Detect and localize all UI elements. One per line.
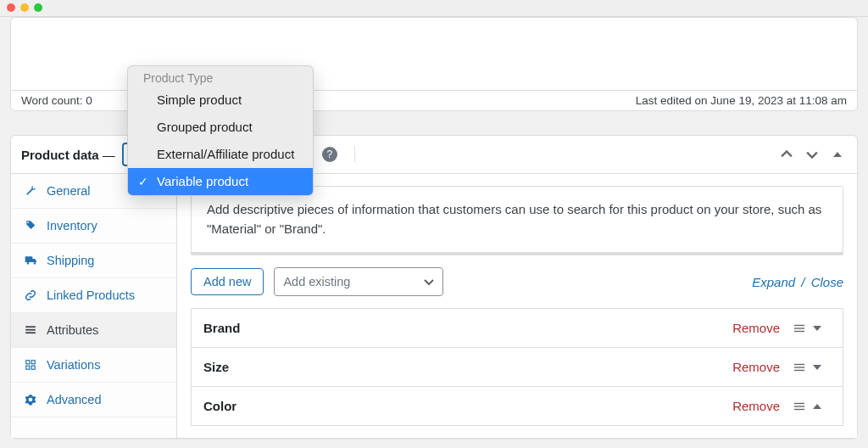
attribute-name: Size [203,360,732,374]
dropdown-item-label: Simple product [157,92,242,107]
tab-label: General [47,184,91,198]
add-existing-attribute-select[interactable]: Add existing [274,267,443,296]
attribute-actions-row: Add new Add existing Expand / Close [191,267,843,296]
expand-attribute-icon[interactable] [812,362,831,372]
svg-rect-2 [25,332,36,333]
tab-label: Linked Products [47,288,135,302]
select-placeholder: Add existing [283,275,350,288]
fullscreen-window-button[interactable] [34,3,42,12]
attribute-list: Brand Remove Size Remove [191,308,843,426]
traffic-lights [7,3,861,12]
tag-icon [25,220,38,232]
svg-rect-6 [31,366,35,369]
svg-rect-5 [26,366,30,369]
word-count-label: Word count: 0 [21,94,92,107]
remove-attribute-link[interactable]: Remove [732,360,780,374]
drag-handle-icon[interactable] [793,322,812,334]
gear-icon [25,394,38,406]
close-all-link[interactable]: Close [811,275,843,289]
window-titlebar [0,0,868,17]
checkmark-icon: ✓ [138,172,148,191]
remove-attribute-link[interactable]: Remove [732,399,780,413]
grid-icon [25,359,38,371]
dropdown-item-label: Grouped product [157,120,253,134]
attribute-row[interactable]: Color Remove [192,387,843,426]
svg-rect-1 [25,329,36,331]
tab-shipping[interactable]: Shipping [11,244,176,278]
product-data-tabs: General Inventory Shipping [11,174,177,438]
expand-all-link[interactable]: Expand [752,275,795,289]
tab-advanced[interactable]: Advanced [11,383,176,417]
list-icon [25,324,38,336]
link-icon [25,289,38,301]
panel-title: Product data — [21,148,115,162]
svg-rect-3 [26,361,30,364]
tab-label: Advanced [47,393,102,406]
dropdown-item-label: Variable product [157,174,248,188]
expand-attribute-icon[interactable] [812,323,831,333]
minimize-window-button[interactable] [20,3,29,12]
attributes-panel-content: Add descriptive pieces of information th… [177,174,857,438]
add-new-attribute-button[interactable]: Add new [191,268,264,295]
help-icon[interactable]: ? [322,147,337,162]
tab-attributes[interactable]: Attributes [11,313,176,348]
separator [354,146,355,163]
product-type-dropdown: Product Type Simple product Grouped prod… [127,65,314,196]
svg-rect-4 [31,361,35,364]
attribute-name: Brand [203,321,732,335]
collapse-panel-icon[interactable] [828,145,847,164]
chevron-down-icon [424,277,434,287]
truck-icon [25,255,38,266]
info-box: Add descriptive pieces of information th… [191,186,843,255]
tab-label: Variations [47,358,100,372]
attribute-row[interactable]: Size Remove [192,348,843,387]
collapse-attribute-icon[interactable] [812,401,831,412]
dropdown-item-grouped[interactable]: Grouped product [128,114,313,141]
attribute-name: Color [203,399,732,413]
expand-close-links: Expand / Close [752,275,843,289]
tab-label: Attributes [47,323,98,337]
tab-linked-products[interactable]: Linked Products [11,278,176,313]
tab-label: Shipping [47,254,94,267]
dropdown-item-variable[interactable]: ✓ Variable product [128,168,313,195]
move-down-icon[interactable] [803,145,821,164]
dropdown-item-external[interactable]: External/Affiliate product [128,141,313,168]
tab-variations[interactable]: Variations [11,348,176,383]
move-up-icon[interactable] [777,145,796,164]
last-edited-label: Last edited on June 19, 2023 at 11:08 am [636,94,847,107]
dropdown-header: Product Type [128,66,313,87]
close-window-button[interactable] [7,3,15,12]
dropdown-item-label: External/Affiliate product [157,147,294,161]
remove-attribute-link[interactable]: Remove [732,321,780,335]
tab-inventory[interactable]: Inventory [11,209,176,244]
drag-handle-icon[interactable] [793,361,812,373]
dropdown-item-simple[interactable]: Simple product [128,87,313,114]
attribute-row[interactable]: Brand Remove [192,309,843,348]
drag-handle-icon[interactable] [793,400,812,412]
wrench-icon [25,185,38,197]
svg-rect-0 [25,326,36,328]
tab-label: Inventory [47,219,97,232]
